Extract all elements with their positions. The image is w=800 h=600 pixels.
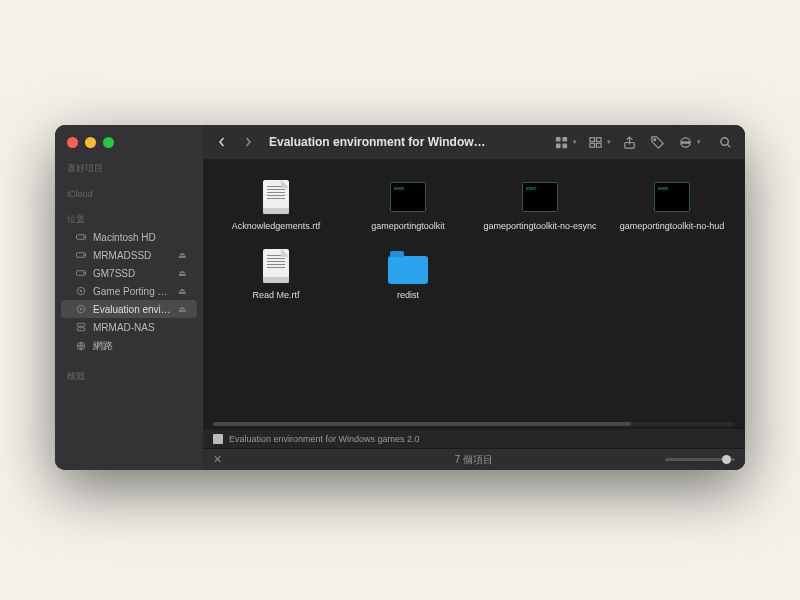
svg-rect-15 [555, 143, 560, 148]
file-label: gameportingtoolkit [371, 221, 445, 232]
chevron-down-icon: ▾ [607, 138, 611, 146]
action-button[interactable]: ▾ [675, 132, 701, 152]
sidebar-section-icloud: iCloud [55, 185, 203, 201]
window-title: Evaluation environment for Window… [269, 135, 486, 149]
zoom-window-button[interactable] [103, 137, 114, 148]
hdd-icon [75, 249, 87, 261]
sidebar-item-game-porting-tool[interactable]: Game Porting Tool… ⏏ [61, 282, 197, 300]
svg-point-22 [653, 138, 655, 140]
svg-point-24 [684, 141, 686, 143]
chevron-down-icon: ▾ [697, 138, 701, 146]
svg-rect-10 [77, 323, 85, 326]
svg-point-5 [84, 273, 85, 274]
eject-icon[interactable]: ⏏ [178, 304, 187, 314]
svg-rect-20 [596, 143, 601, 147]
sidebar-item-label: 網路 [93, 339, 187, 353]
svg-point-3 [84, 255, 85, 256]
svg-point-26 [687, 141, 689, 143]
sidebar-section-tags: 標籤 [55, 366, 203, 385]
svg-rect-11 [77, 328, 85, 331]
sidebar-item-label: Macintosh HD [93, 232, 187, 243]
disk-icon [75, 303, 87, 315]
window-controls [55, 135, 203, 158]
file-label: Read Me.rtf [252, 290, 299, 301]
sidebar-item-gm7ssd[interactable]: GM7SSD ⏏ [61, 264, 197, 282]
share-button[interactable] [619, 132, 639, 152]
scrollbar-thumb[interactable] [213, 422, 631, 426]
slider-knob[interactable] [722, 455, 731, 464]
eject-icon[interactable]: ⏏ [178, 286, 187, 296]
rtf-document-icon [256, 177, 296, 217]
chevron-down-icon: ▾ [573, 138, 577, 146]
search-button[interactable] [715, 132, 735, 152]
unix-executable-icon [520, 177, 560, 217]
hdd-icon [75, 267, 87, 279]
svg-rect-18 [589, 143, 594, 147]
file-label: gameportingtoolkit-no-esync [483, 221, 596, 232]
sidebar-item-network[interactable]: 網路 [61, 336, 197, 356]
svg-rect-19 [596, 137, 601, 141]
file-item[interactable]: gameportingtoolkit [345, 173, 471, 236]
eject-icon[interactable]: ⏏ [178, 250, 187, 260]
file-item[interactable]: gameportingtoolkit-no-hud [609, 173, 735, 236]
main-content: Evaluation environment for Window… ▾ ▾ ▾ [203, 125, 745, 470]
file-label: redist [397, 290, 419, 301]
group-icon [585, 132, 605, 152]
file-browser[interactable]: Acknowledgements.rtf gameportingtoolkit … [203, 159, 745, 422]
svg-point-1 [84, 237, 85, 238]
svg-rect-13 [555, 136, 560, 141]
icon-grid: Acknowledgements.rtf gameportingtoolkit … [213, 173, 735, 305]
svg-point-8 [77, 305, 85, 313]
unix-executable-icon [652, 177, 692, 217]
file-item[interactable]: Read Me.rtf [213, 242, 339, 305]
sidebar-item-mrmadssd[interactable]: MRMADSSD ⏏ [61, 246, 197, 264]
view-icon-group[interactable]: ▾ [551, 132, 577, 152]
svg-rect-16 [562, 143, 567, 148]
file-label: gameportingtoolkit-no-hud [620, 221, 725, 232]
forward-button[interactable] [239, 133, 257, 151]
svg-rect-17 [589, 137, 594, 141]
path-bar[interactable]: Evaluation environment for Windows games… [203, 428, 745, 448]
status-text: 7 個項目 [455, 453, 493, 467]
svg-point-27 [720, 137, 728, 145]
svg-rect-14 [562, 136, 567, 141]
sidebar-item-mrmad-nas[interactable]: MRMAD-NAS [61, 318, 197, 336]
file-item[interactable]: Acknowledgements.rtf [213, 173, 339, 236]
svg-point-7 [80, 290, 82, 292]
finder-window: 喜好項目 iCloud 位置 Macintosh HD MRMADSSD ⏏ G… [55, 125, 745, 470]
sidebar-item-label: Evaluation environ… [93, 304, 172, 315]
horizontal-scrollbar[interactable] [213, 422, 735, 426]
rtf-document-icon [256, 246, 296, 286]
globe-icon [75, 340, 87, 352]
sidebar-item-macintosh-hd[interactable]: Macintosh HD [61, 228, 197, 246]
close-statusbar-button[interactable]: ✕ [213, 453, 222, 466]
sidebar-item-label: Game Porting Tool… [93, 286, 172, 297]
hdd-icon [75, 231, 87, 243]
svg-point-6 [77, 287, 85, 295]
server-icon [75, 321, 87, 333]
sidebar-section-favorites: 喜好項目 [55, 158, 203, 177]
action-icon [675, 132, 695, 152]
toolbar: Evaluation environment for Window… ▾ ▾ ▾ [203, 125, 745, 159]
file-item[interactable]: redist [345, 242, 471, 305]
sidebar-item-evaluation-environ[interactable]: Evaluation environ… ⏏ [61, 300, 197, 318]
file-label: Acknowledgements.rtf [232, 221, 321, 232]
file-item[interactable]: gameportingtoolkit-no-esync [477, 173, 603, 236]
svg-point-9 [80, 308, 82, 310]
path-text: Evaluation environment for Windows games… [229, 434, 420, 444]
tag-button[interactable] [647, 132, 667, 152]
volume-icon [213, 434, 223, 444]
folder-icon [388, 246, 428, 286]
group-button[interactable]: ▾ [585, 132, 611, 152]
eject-icon[interactable]: ⏏ [178, 268, 187, 278]
view-icon-icon [551, 132, 571, 152]
icon-size-slider[interactable] [665, 458, 735, 461]
minimize-window-button[interactable] [85, 137, 96, 148]
disk-icon [75, 285, 87, 297]
back-button[interactable] [213, 133, 231, 151]
sidebar: 喜好項目 iCloud 位置 Macintosh HD MRMADSSD ⏏ G… [55, 125, 203, 470]
sidebar-item-label: GM7SSD [93, 268, 172, 279]
unix-executable-icon [388, 177, 428, 217]
close-window-button[interactable] [67, 137, 78, 148]
sidebar-item-label: MRMAD-NAS [93, 322, 187, 333]
